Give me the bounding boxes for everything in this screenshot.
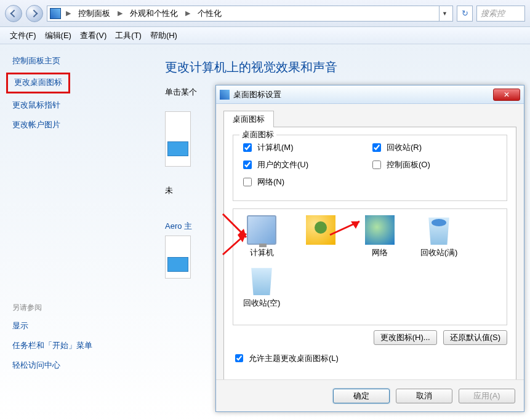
nav-back-button[interactable]	[5, 5, 22, 22]
icon-computer[interactable]: 计算机	[239, 215, 284, 258]
sidebar-change-desktop-icons[interactable]: 更改桌面图标	[14, 77, 62, 88]
icon-computer-label: 计算机	[250, 248, 274, 257]
control-panel-icon	[50, 8, 61, 19]
breadcrumb-leaf[interactable]: 个性化	[195, 7, 224, 20]
restore-defaults-button[interactable]: 还原默认值(S)	[443, 330, 507, 345]
desktop-icon-settings-dialog: 桌面图标设置 ✕ 桌面图标 桌面图标 计算机(M) 回收站(R)	[215, 85, 524, 412]
checkbox-network-label: 网络(N)	[257, 176, 284, 188]
sidebar-change-mouse-pointer[interactable]: 更改鼠标指针	[12, 100, 135, 111]
desktop-icons-group: 桌面图标 计算机(M) 回收站(R) 用户的文件(U)	[233, 135, 507, 201]
dialog-title: 桌面图标设置	[233, 89, 281, 100]
nav-forward-button[interactable]	[26, 5, 43, 22]
menu-view[interactable]: 查看(V)	[80, 30, 106, 41]
checkbox-userfiles-input[interactable]	[243, 160, 252, 169]
see-also-heading: 另请参阅	[12, 303, 135, 313]
dialog-titlebar[interactable]: 桌面图标设置 ✕	[216, 85, 524, 104]
checkbox-computer-label: 计算机(M)	[257, 142, 294, 153]
dialog-footer: 确定 取消 应用(A)	[216, 379, 524, 411]
allow-themes-checkbox[interactable]: 允许主题更改桌面图标(L)	[233, 352, 507, 364]
menu-edit[interactable]: 编辑(E)	[45, 30, 71, 41]
menu-bar: 文件(F) 编辑(E) 查看(V) 工具(T) 帮助(H)	[0, 27, 530, 44]
search-input[interactable]: 搜索控	[476, 6, 525, 22]
checkbox-network-input[interactable]	[243, 178, 252, 186]
sidebar: 控制面板主页 更改桌面图标 更改鼠标指针 更改帐户图片 另请参阅 显示 任务栏和…	[0, 44, 148, 420]
sidebar-home[interactable]: 控制面板主页	[12, 55, 135, 66]
checkbox-recyclebin-input[interactable]	[372, 143, 381, 152]
dialog-icon	[220, 90, 230, 100]
sidebar-display[interactable]: 显示	[12, 320, 135, 331]
menu-help[interactable]: 帮助(H)	[150, 30, 177, 41]
menu-file[interactable]: 文件(F)	[10, 30, 36, 41]
apply-button[interactable]: 应用(A)	[459, 389, 515, 403]
cancel-button[interactable]: 取消	[396, 389, 452, 403]
checkbox-computer[interactable]: 计算机(M)	[241, 141, 370, 154]
ok-button[interactable]: 确定	[333, 389, 390, 403]
address-bar[interactable]: ▶ 控制面板 ▶ 外观和个性化 ▶ 个性化 ▼	[47, 6, 453, 22]
search-placeholder: 搜索控	[481, 8, 505, 19]
dialog-tabstrip: 桌面图标	[223, 110, 516, 127]
chevron-right-icon: ▶	[183, 9, 193, 17]
theme-thumbnail[interactable]	[165, 111, 191, 167]
tab-page: 桌面图标 计算机(M) 回收站(R) 用户的文件(U)	[223, 127, 516, 382]
breadcrumb-mid[interactable]: 外观和个性化	[127, 7, 180, 20]
icon-user[interactable]	[299, 215, 343, 258]
icon-recyclebin-empty[interactable]: 回收站(空)	[239, 266, 284, 309]
breadcrumb-root[interactable]: 控制面板	[76, 7, 113, 20]
sidebar-ease-of-access[interactable]: 轻松访问中心	[12, 360, 135, 371]
allow-themes-input[interactable]	[235, 354, 243, 362]
sidebar-change-account-pic[interactable]: 更改帐户图片	[12, 119, 135, 130]
menu-tools[interactable]: 工具(T)	[115, 30, 142, 41]
icon-preview-pane: 计算机 网络 回收站(满) 回收站(空)	[233, 208, 507, 325]
checkbox-computer-input[interactable]	[243, 143, 252, 152]
address-dropdown-icon[interactable]: ▼	[439, 6, 450, 21]
navigation-bar: ▶ 控制面板 ▶ 外观和个性化 ▶ 个性化 ▼ ↻ 搜索控	[0, 0, 530, 27]
chevron-right-icon: ▶	[115, 9, 125, 17]
icon-recyclebin-full-label: 回收站(满)	[420, 248, 458, 257]
checkbox-userfiles[interactable]: 用户的文件(U)	[241, 159, 370, 171]
checkbox-userfiles-label: 用户的文件(U)	[257, 159, 308, 170]
checkbox-cpanel[interactable]: 控制面板(O)	[370, 159, 499, 171]
refresh-button[interactable]: ↻	[457, 6, 473, 22]
allow-themes-label: 允许主题更改桌面图标(L)	[249, 353, 339, 364]
theme-thumbnail-aero[interactable]	[165, 236, 191, 279]
sidebar-taskbar[interactable]: 任务栏和「开始」菜单	[12, 340, 135, 351]
checkbox-recyclebin[interactable]: 回收站(R)	[370, 141, 499, 154]
tab-desktop-icons[interactable]: 桌面图标	[223, 111, 274, 127]
checkbox-cpanel-label: 控制面板(O)	[387, 159, 430, 170]
icon-network-label: 网络	[372, 248, 388, 257]
change-icon-button[interactable]: 更改图标(H)...	[374, 330, 437, 345]
icon-recyclebin-empty-label: 回收站(空)	[243, 298, 281, 307]
icon-network[interactable]: 网络	[358, 215, 402, 258]
checkbox-cpanel-input[interactable]	[372, 160, 381, 169]
chevron-right-icon: ▶	[63, 9, 73, 17]
checkbox-recyclebin-label: 回收站(R)	[387, 142, 422, 153]
group-legend: 桌面图标	[239, 129, 276, 140]
close-button[interactable]: ✕	[493, 89, 520, 101]
checkbox-network[interactable]: 网络(N)	[241, 176, 370, 188]
page-title: 更改计算机上的视觉效果和声音	[165, 59, 513, 76]
icon-recyclebin-full[interactable]: 回收站(满)	[417, 215, 461, 258]
